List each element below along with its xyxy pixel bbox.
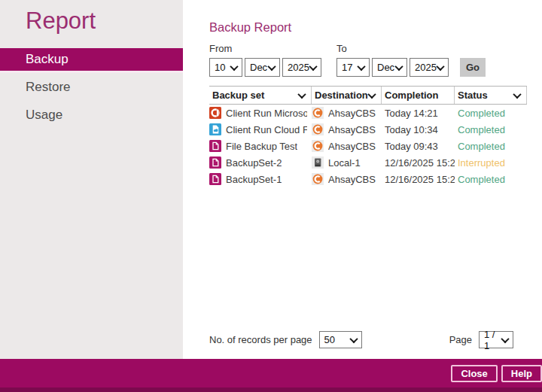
close-button[interactable]: Close	[451, 365, 497, 382]
sidebar-item-restore[interactable]: Restore	[0, 76, 183, 99]
chevron-down-icon	[357, 62, 365, 70]
page-label: Page	[449, 334, 472, 345]
section-title: Backup Report	[209, 20, 542, 35]
main-panel: Backup Report From 10 Dec	[183, 0, 542, 359]
table-row[interactable]: File Backup Test AhsayCBS Today 09:43 Co…	[209, 138, 527, 154]
sidebar-menu: Backup Restore Usage	[0, 48, 183, 126]
sidebar-item-label: Usage	[26, 108, 62, 122]
page-title: Report	[0, 0, 183, 35]
chevron-down-icon	[230, 62, 238, 70]
date-filter-bar: From 10 Dec 2025	[209, 43, 542, 77]
ahsaycbs-icon	[312, 173, 324, 185]
status-badge: Interrupted	[455, 157, 527, 169]
from-year-select[interactable]: 2025	[282, 58, 321, 77]
sidebar-item-label: Backup	[26, 52, 69, 66]
table-header: Backup set Destination Completion Status	[209, 86, 527, 105]
sort-chevron-icon	[367, 90, 376, 98]
chevron-down-icon	[394, 62, 403, 70]
from-date-group: From 10 Dec 2025	[209, 43, 321, 77]
from-label: From	[209, 43, 321, 54]
footer-bar: Close Help	[0, 359, 542, 392]
go-button[interactable]: Go	[460, 58, 486, 77]
sidebar-item-usage[interactable]: Usage	[0, 104, 183, 126]
status-badge: Completed	[455, 141, 527, 152]
records-per-page-select[interactable]: 50	[319, 331, 362, 348]
chevron-down-icon	[349, 334, 358, 342]
help-button[interactable]: Help	[501, 365, 542, 382]
office-icon	[209, 107, 221, 119]
cloud-file-icon	[209, 123, 221, 135]
table-row[interactable]: BackupSet-1 AhsayCBS 12/16/2025 15:20 Co…	[209, 171, 527, 187]
ahsaycbs-icon	[312, 140, 324, 152]
ahsaycbs-icon	[312, 123, 324, 135]
to-label: To	[336, 43, 449, 54]
sidebar: Report Backup Restore Usage	[0, 0, 183, 359]
ahsaycbs-icon	[312, 107, 324, 119]
status-badge: Completed	[455, 174, 527, 185]
chevron-down-icon	[436, 62, 444, 70]
column-header-completion: Completion	[382, 87, 455, 104]
file-icon	[209, 140, 221, 152]
backup-report-window: Report Backup Restore Usage Backup Repor…	[0, 0, 542, 392]
status-badge: Completed	[455, 124, 527, 135]
sort-chevron-icon	[513, 90, 521, 98]
backup-report-table: Backup set Destination Completion Status	[209, 86, 527, 187]
pagination-bar: No. of records per page 50 Page 1 / 1	[209, 331, 513, 348]
to-year-select[interactable]: 2025	[410, 58, 449, 77]
chevron-down-icon	[309, 62, 317, 70]
chevron-down-icon	[501, 334, 509, 342]
records-per-page-label: No. of records per page	[209, 334, 312, 345]
sidebar-item-label: Restore	[26, 80, 71, 94]
table-row[interactable]: BackupSet-2 Local-1 12/16/2025 15:23 Int…	[209, 154, 527, 171]
file-icon	[209, 156, 221, 169]
column-header-destination[interactable]: Destination	[312, 87, 382, 104]
column-header-backup-set[interactable]: Backup set	[209, 87, 312, 104]
to-date-group: To 17 Dec 2025	[336, 43, 449, 77]
column-header-status[interactable]: Status	[455, 87, 527, 104]
sidebar-item-backup[interactable]: Backup	[0, 48, 183, 71]
file-icon	[209, 173, 221, 185]
from-month-select[interactable]: Dec	[245, 58, 280, 77]
chevron-down-icon	[267, 62, 276, 70]
page-select[interactable]: 1 / 1	[479, 331, 513, 348]
table-row[interactable]: Client Run Microsoft 3... AhsayCBS Today…	[209, 105, 527, 121]
to-month-select[interactable]: Dec	[372, 58, 407, 77]
table-row[interactable]: Client Run Cloud File ... AhsayCBS Today…	[209, 121, 527, 138]
status-badge: Completed	[455, 108, 527, 119]
to-day-select[interactable]: 17	[336, 58, 370, 77]
from-day-select[interactable]: 10	[209, 58, 242, 77]
local-disk-icon	[312, 156, 324, 169]
sort-chevron-icon	[297, 90, 306, 98]
